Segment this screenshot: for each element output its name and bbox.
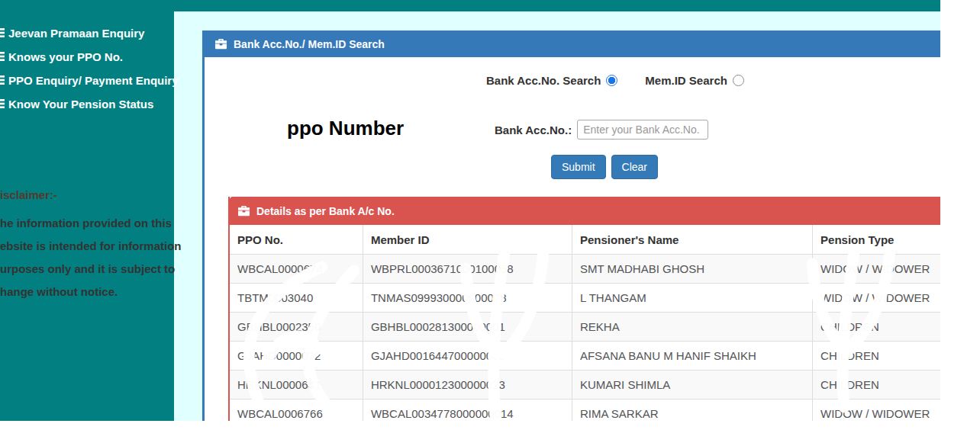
- cell-member-id: TNMAS099930000000078: [363, 284, 572, 313]
- disclaimer-line: he information provided on this: [0, 217, 177, 229]
- cell-pensioner-name: RIMA SARKAR: [572, 400, 812, 422]
- cell-member-id: GJAHD001644700000006: [363, 342, 572, 371]
- cell-pensioner-name: AFSANA BANU M HANIF SHAIKH: [572, 342, 812, 371]
- pension-results-table: PPO No. Member ID Pensioner's Name Pensi…: [230, 225, 940, 421]
- disclaimer-heading: isclaimer:-: [0, 188, 177, 201]
- disclaimer: isclaimer:- he information provided on t…: [0, 188, 177, 308]
- page-container: Jeevan Pramaan Enquiry Knows your PPO No…: [0, 0, 940, 421]
- sidebar-item-knows-your-ppo[interactable]: Knows your PPO No.: [0, 49, 174, 64]
- briefcase-icon: [238, 206, 250, 217]
- list-bullet-icon: [0, 75, 5, 85]
- cell-member-id: HRKNL000012300000023: [363, 371, 572, 400]
- details-section: Details as per Bank A/c No. PPO No. Memb…: [228, 197, 940, 421]
- search-panel-header: Bank Acc.No./ Mem.ID Search: [205, 30, 940, 57]
- cell-ppo: WBCAL0006766: [230, 400, 363, 422]
- radio-mem-label: Mem.ID Search: [645, 74, 727, 87]
- radio-mem-id-search[interactable]: Mem.ID Search: [645, 74, 744, 87]
- sidebar-item-label: Jeevan Pramaan Enquiry: [8, 27, 144, 40]
- table-row: WBCAL0006766 WBCAL0034778000000014 RIMA …: [230, 400, 940, 422]
- bank-acc-field-group: Bank Acc.No.:: [495, 120, 708, 140]
- cell-pension-type: WIDOW / WIDOWER: [813, 284, 940, 313]
- sidebar-item-label: Know Your Pension Status: [8, 98, 153, 111]
- sidebar-item-pension-status[interactable]: Know Your Pension Status: [0, 96, 174, 111]
- col-header-name: Pensioner's Name: [572, 225, 812, 255]
- cell-pension-type: CHILDREN: [813, 371, 940, 400]
- search-panel: Bank Acc.No./ Mem.ID Search Bank Acc.No.…: [202, 30, 940, 421]
- briefcase-icon: [215, 39, 227, 50]
- cell-pensioner-name: REKHA: [572, 313, 812, 342]
- table-row: HRKNL0000641 HRKNL000012300000023 KUMARI…: [230, 371, 940, 400]
- table-row: GBHBL0002350 GBHBL000281300000001 REKHA …: [230, 313, 940, 342]
- cell-pensioner-name: KUMARI SHIMLA: [572, 371, 812, 400]
- col-header-member: Member ID: [363, 225, 572, 255]
- cell-member-id: WBPRL0003671000100058: [363, 255, 572, 284]
- radio-bank-acc-search[interactable]: Bank Acc.No. Search: [486, 74, 617, 87]
- sidebar-menu: Jeevan Pramaan Enquiry Knows your PPO No…: [0, 25, 174, 120]
- sidebar-item-ppo-payment-enquiry[interactable]: PPO Enquiry/ Payment Enquiry: [0, 72, 174, 88]
- table-header-row: PPO No. Member ID Pensioner's Name Pensi…: [230, 225, 940, 255]
- cell-member-id: GBHBL000281300000001: [363, 313, 572, 342]
- list-bullet-icon: [0, 52, 5, 61]
- cell-pension-type: WIDOW / WIDOWER: [813, 255, 940, 284]
- sidebar: Jeevan Pramaan Enquiry Knows your PPO No…: [0, 0, 174, 421]
- col-header-ppo: PPO No.: [230, 225, 363, 255]
- ppo-number-label: ppo Number: [287, 117, 404, 140]
- clear-button[interactable]: Clear: [611, 155, 658, 179]
- sidebar-item-jeevan-pramaan-enquiry[interactable]: Jeevan Pramaan Enquiry: [0, 25, 174, 40]
- cell-ppo: HRKNL0000641: [230, 371, 363, 400]
- cell-pensioner-name: SMT MADHABI GHOSH: [572, 255, 812, 284]
- cell-ppo: GJAHD0000072: [230, 342, 363, 371]
- radio-bank-button[interactable]: [606, 75, 617, 86]
- search-type-radio-group: Bank Acc.No. Search Mem.ID Search: [486, 74, 744, 87]
- sidebar-item-label: PPO Enquiry/ Payment Enquiry: [8, 74, 179, 87]
- list-bullet-icon: [0, 28, 5, 37]
- list-bullet-icon: [0, 99, 5, 108]
- cell-pension-type: CHILDREN: [813, 342, 940, 371]
- disclaimer-line: hange without notice.: [0, 285, 177, 298]
- cell-pension-type: CHILDREN: [813, 313, 940, 342]
- sidebar-item-label: Knows your PPO No.: [8, 50, 123, 63]
- cell-ppo: TBTM0003040: [230, 284, 363, 313]
- radio-mem-button[interactable]: [733, 75, 744, 86]
- table-row: GJAHD0000072 GJAHD001644700000006 AFSANA…: [230, 342, 940, 371]
- bank-acc-label: Bank Acc.No.:: [495, 124, 572, 136]
- details-header: Details as per Bank A/c No.: [230, 197, 940, 225]
- disclaimer-line: ebsite is intended for information: [0, 239, 177, 252]
- bank-acc-input[interactable]: [577, 120, 708, 140]
- cell-ppo: GBHBL0002350: [230, 313, 363, 342]
- table-row: WBCAL0000674 WBPRL0003671000100058 SMT M…: [230, 255, 940, 284]
- radio-bank-label: Bank Acc.No. Search: [486, 74, 601, 87]
- cell-ppo: WBCAL0000674: [230, 255, 363, 284]
- form-buttons: Submit Clear: [551, 155, 658, 179]
- cell-member-id: WBCAL0034778000000014: [363, 400, 572, 422]
- search-panel-title: Bank Acc.No./ Mem.ID Search: [234, 38, 385, 50]
- cell-pension-type: WIDOW / WIDOWER: [813, 400, 940, 422]
- details-title: Details as per Bank A/c No.: [256, 205, 395, 217]
- col-header-type: Pension Type: [813, 225, 940, 255]
- submit-button[interactable]: Submit: [551, 155, 606, 179]
- table-row: TBTM0003040 TNMAS099930000000078 L THANG…: [230, 284, 940, 313]
- disclaimer-line: urposes only and it is subject to: [0, 262, 177, 275]
- cell-pensioner-name: L THANGAM: [572, 284, 812, 313]
